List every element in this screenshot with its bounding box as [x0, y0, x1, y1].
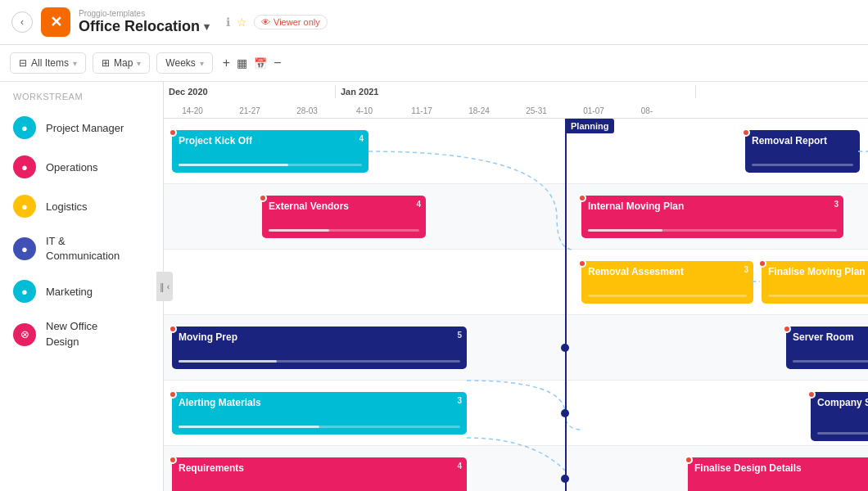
sidebar-item-logistics[interactable]: ● Logistics: [0, 187, 163, 226]
task-bar-project-kickoff[interactable]: Project Kick Off 4: [172, 130, 368, 173]
task-dot-internal-moving-plan: [578, 194, 586, 202]
progress-fill: [179, 164, 288, 166]
star-icon[interactable]: ☆: [237, 16, 247, 29]
it-icon: ●: [13, 237, 36, 260]
task-dot-removal-report: [742, 128, 750, 137]
task-bar-removal-assesment[interactable]: Removal Assesment 3: [581, 261, 753, 304]
month-jan2021: Jan 2021: [336, 85, 696, 98]
header-title-group: Proggio-templates Office Relocation ▾: [79, 9, 210, 35]
task-bar-finalise-design-details[interactable]: Finalise Design Details 4: [688, 457, 868, 491]
task-dot-alerting-materials: [169, 390, 177, 399]
sidebar-item-label: Logistics: [46, 200, 88, 213]
page-title: Office Relocation ▾: [79, 18, 210, 35]
calendar2-icon[interactable]: 📅: [254, 57, 267, 70]
header: ‹ ✕ Proggio-templates Office Relocation …: [0, 0, 868, 45]
map-button[interactable]: ⊞ Map ▾: [93, 52, 150, 74]
timeline-header: Dec 2020 Jan 2021 14-20 21-27 28-03 4-10…: [164, 82, 868, 119]
new-office-icon: ⊗: [13, 323, 36, 346]
minus-icon[interactable]: −: [274, 56, 281, 70]
task-bar-internal-moving-plan[interactable]: Internal Moving Plan 3: [581, 196, 843, 238]
progress-fill: [179, 426, 319, 428]
sidebar-item-new-office-design[interactable]: ⊗ New OfficeDesign: [0, 311, 163, 357]
sidebar: Workstream ● Project Manager ● Operation…: [0, 82, 164, 491]
week-08: 08-: [622, 106, 671, 115]
week-14-20: 14-20: [164, 106, 221, 115]
month-dec2020: Dec 2020: [164, 85, 336, 98]
task-bar-server-room[interactable]: Server Room 2: [786, 327, 868, 369]
weeks-chevron-icon: ▾: [200, 59, 204, 68]
progress-bar: [817, 432, 868, 435]
task-bar-alerting-materials[interactable]: Alerting Materials 3: [172, 392, 467, 435]
task-bar-moving-prep[interactable]: Moving Prep 5: [172, 327, 467, 369]
task-title-external-vendors: External Vendors: [269, 200, 419, 214]
planning-milestone-label: Planning: [565, 119, 614, 133]
calendar1-icon[interactable]: ▦: [237, 56, 247, 70]
title-chevron-icon[interactable]: ▾: [204, 20, 210, 33]
task-title-moving-prep: Moving Prep: [179, 331, 460, 345]
week-01-07: 01-07: [565, 106, 622, 115]
task-bar-requirements[interactable]: Requirements 4: [172, 457, 467, 491]
week-18-24: 18-24: [450, 106, 508, 115]
logistics-icon: ●: [13, 195, 36, 218]
toolbar: ⊟ All Items ▾ ⊞ Map ▾ Weeks ▾ + ▦ 📅 −: [0, 45, 868, 82]
sidebar-item-label: New OfficeDesign: [46, 319, 97, 349]
add-icon[interactable]: +: [223, 56, 230, 70]
app-subtitle: Proggio-templates: [79, 9, 210, 18]
info-icon[interactable]: ℹ: [226, 16, 230, 29]
task-title-alerting-materials: Alerting Materials: [179, 397, 460, 410]
progress-bar: [179, 164, 362, 166]
weeks-button[interactable]: Weeks ▾: [156, 52, 212, 74]
progress-bar: [179, 360, 460, 363]
progress-bar: [269, 229, 419, 232]
sidebar-item-label: Project Manager: [46, 122, 124, 134]
sidebar-item-it-communication[interactable]: ● IT &Communication: [0, 226, 163, 272]
task-title-removal-report: Removal Report: [752, 135, 853, 148]
task-dot-external-vendors: [259, 194, 267, 202]
week-25-31: 25-31: [508, 106, 565, 115]
timeline-dot-3: [561, 475, 569, 483]
timeline-dot-1: [561, 344, 569, 352]
task-dot-kickoff: [169, 128, 177, 137]
progress-bar: [588, 295, 747, 297]
sidebar-item-label: Operations: [46, 161, 98, 173]
task-title-internal-moving-plan: Internal Moving Plan: [588, 200, 837, 214]
task-bar-finalise-moving-plan[interactable]: Finalise Moving Plan: [762, 261, 868, 304]
filter-chevron-icon: ▾: [73, 59, 77, 68]
progress-bar: [768, 295, 868, 297]
task-dot-moving-prep: [169, 325, 177, 333]
filter-button[interactable]: ⊟ All Items ▾: [10, 52, 86, 74]
week-28-03: 28-03: [278, 106, 336, 115]
task-dot-finalise-design: [685, 456, 693, 464]
task-dot-finalise-moving-plan: [758, 259, 766, 268]
sidebar-item-marketing[interactable]: ● Marketing: [0, 272, 163, 311]
task-bar-company-stationery[interactable]: Company Stationery 4: [811, 392, 868, 441]
sidebar-collapse-button[interactable]: ‖ ‹: [156, 272, 173, 301]
filter-icon: ⊟: [19, 57, 27, 69]
week-4-10: 4-10: [336, 106, 393, 115]
sidebar-item-label: Marketing: [46, 286, 93, 298]
task-bar-external-vendors[interactable]: External Vendors 4: [262, 196, 426, 238]
main-layout: Workstream ● Project Manager ● Operation…: [0, 82, 868, 491]
sidebar-item-label: IT &Communication: [46, 234, 120, 264]
timeline-dot-2: [561, 409, 569, 417]
task-bar-removal-report[interactable]: Removal Report: [745, 130, 860, 173]
header-icons: ℹ ☆ 👁 Viewer only: [226, 15, 328, 29]
operations-icon: ●: [13, 155, 36, 178]
sidebar-item-operations[interactable]: ● Operations: [0, 147, 163, 187]
progress-fill: [588, 229, 662, 232]
progress-bar: [793, 360, 868, 363]
marketing-icon: ●: [13, 280, 36, 303]
map-chevron-icon: ▾: [137, 59, 141, 68]
back-button[interactable]: ‹: [11, 11, 33, 33]
progress-fill: [269, 229, 329, 232]
sidebar-item-project-manager[interactable]: ● Project Manager: [0, 108, 163, 147]
viewer-badge: 👁 Viewer only: [254, 15, 328, 29]
task-title-finalise-moving-plan: Finalise Moving Plan: [768, 266, 868, 279]
project-manager-icon: ●: [13, 116, 36, 139]
task-dot-requirements: [169, 456, 177, 464]
week-21-27: 21-27: [221, 106, 278, 115]
task-title-company-stationery: Company Stationery: [817, 397, 868, 410]
gantt-rows: Planning Operat... Project Kick Off 4 Re…: [164, 119, 868, 491]
progress-bar: [752, 164, 853, 166]
progress-bar: [588, 229, 837, 232]
